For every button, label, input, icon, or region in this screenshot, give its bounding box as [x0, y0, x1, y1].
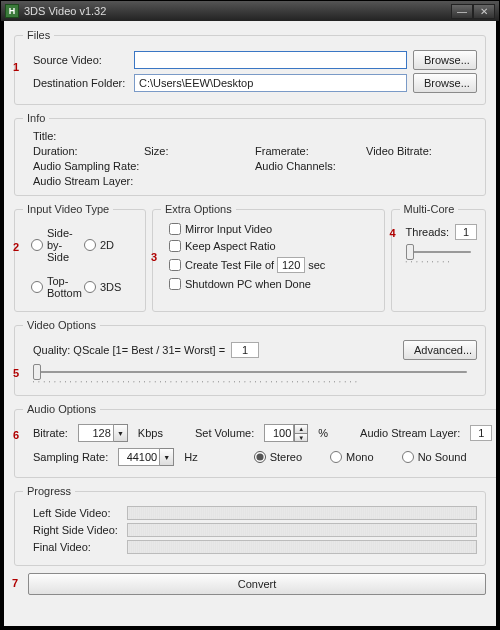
check-keep-aspect[interactable]: Keep Aspect Ratio [169, 240, 376, 252]
video-options-legend: Video Options [23, 319, 100, 331]
browse-destination-button[interactable]: Browse... [413, 73, 477, 93]
progress-right-label: Right Side Video: [33, 524, 121, 536]
source-video-input[interactable] [134, 51, 407, 69]
progress-left-bar [127, 506, 477, 520]
progress-right-bar [127, 523, 477, 537]
chevron-down-icon[interactable]: ▼ [114, 424, 128, 442]
threads-input[interactable] [455, 224, 477, 240]
audio-options-group: 6 Audio Options Bitrate: ▼ Kbps Set Volu… [14, 403, 496, 478]
chevron-down-icon[interactable]: ▼ [160, 448, 174, 466]
files-legend: Files [23, 29, 54, 41]
input-type-legend: Input Video Type [23, 203, 113, 215]
volume-label: Set Volume: [195, 427, 254, 439]
client-area: 1 Files Source Video: Browse... Destinat… [4, 21, 496, 626]
audio-stream-layer-label: Audio Stream Layer: [360, 427, 460, 439]
app-icon: H [5, 4, 19, 18]
volume-input[interactable] [264, 424, 294, 442]
progress-final-label: Final Video: [33, 541, 121, 553]
audio-bitrate-label: Bitrate: [33, 427, 68, 439]
quality-ticks: ' ' ' ' ' ' ' ' ' ' ' ' ' ' ' ' ' ' ' ' … [33, 380, 467, 387]
threads-label: Threads: [406, 226, 449, 238]
info-framerate-label: Framerate: [255, 145, 366, 157]
threads-slider[interactable] [406, 243, 471, 261]
audio-options-legend: Audio Options [23, 403, 100, 415]
info-size-label: Size: [144, 145, 255, 157]
threads-ticks: ' ' ' ' ' ' ' ' ' [406, 260, 471, 267]
marker-1: 1 [13, 61, 19, 73]
info-audio-channels-label: Audio Channels: [255, 160, 477, 172]
marker-6: 6 [13, 429, 19, 441]
minimize-button[interactable]: — [451, 4, 473, 19]
sampling-rate-unit: Hz [184, 451, 197, 463]
progress-group: Progress Left Side Video: Right Side Vid… [14, 485, 486, 566]
radio-stereo[interactable]: Stereo [254, 451, 302, 463]
sampling-rate-input[interactable] [118, 448, 160, 466]
browse-source-button[interactable]: Browse... [413, 50, 477, 70]
files-group: 1 Files Source Video: Browse... Destinat… [14, 29, 486, 105]
close-button[interactable]: ✕ [473, 4, 495, 19]
titlebar[interactable]: H 3DS Video v1.32 — ✕ [1, 1, 499, 21]
radio-3ds[interactable]: 3DS [84, 275, 137, 299]
check-mirror-input[interactable]: Mirror Input Video [169, 223, 376, 235]
info-legend: Info [23, 112, 49, 124]
radio-no-sound[interactable]: No Sound [402, 451, 467, 463]
radio-mono[interactable]: Mono [330, 451, 374, 463]
info-audio-stream-layer-label: Audio Stream Layer: [33, 175, 477, 187]
marker-7: 7 [12, 577, 18, 589]
marker-4: 4 [390, 227, 396, 239]
check-shutdown[interactable]: Shutdown PC when Done [169, 278, 376, 290]
multicore-legend: Multi-Core [400, 203, 459, 215]
radio-2d[interactable]: 2D [84, 227, 137, 263]
quality-label: Quality: QScale [1= Best / 31= Worst] = [33, 344, 225, 356]
destination-folder-input[interactable] [134, 74, 407, 92]
audio-stream-layer-input[interactable] [470, 425, 492, 441]
radio-top-bottom[interactable]: Top-Bottom [31, 275, 84, 299]
spinner-down-icon[interactable]: ▼ [294, 433, 308, 442]
extra-options-group: 3 Extra Options Mirror Input Video Keep … [152, 203, 385, 312]
marker-2: 2 [13, 241, 19, 253]
input-video-type-group: 2 Input Video Type Side-by-Side 2D Top-B… [14, 203, 146, 312]
progress-legend: Progress [23, 485, 75, 497]
volume-spinner[interactable]: ▲▼ [264, 424, 308, 442]
spinner-up-icon[interactable]: ▲ [294, 424, 308, 433]
destination-folder-label: Destination Folder: [33, 77, 128, 89]
sampling-rate-label: Sampling Rate: [33, 451, 108, 463]
window-title: 3DS Video v1.32 [24, 5, 451, 17]
video-options-group: 5 Video Options Quality: QScale [1= Best… [14, 319, 486, 396]
marker-5: 5 [13, 367, 19, 379]
audio-bitrate-input[interactable] [78, 424, 114, 442]
audio-bitrate-combo[interactable]: ▼ [78, 424, 128, 442]
test-file-seconds-input[interactable] [277, 257, 305, 273]
radio-side-by-side[interactable]: Side-by-Side [31, 227, 84, 263]
marker-3: 3 [151, 251, 157, 263]
info-group: Info Title: Duration: Size: Framerate: V… [14, 112, 486, 196]
check-create-test-file[interactable]: Create Test File of sec [169, 257, 376, 273]
info-title-label: Title: [33, 130, 477, 142]
info-audio-sampling-rate-label: Audio Sampling Rate: [33, 160, 255, 172]
quality-input[interactable] [231, 342, 259, 358]
progress-left-label: Left Side Video: [33, 507, 121, 519]
info-duration-label: Duration: [33, 145, 144, 157]
source-video-label: Source Video: [33, 54, 128, 66]
sampling-rate-combo[interactable]: ▼ [118, 448, 174, 466]
middle-row: 2 Input Video Type Side-by-Side 2D Top-B… [14, 203, 486, 312]
multi-core-group: 4 Multi-Core Threads: ' ' ' ' ' ' ' ' ' [391, 203, 486, 312]
volume-unit: % [318, 427, 328, 439]
app-window: H 3DS Video v1.32 — ✕ 1 Files Source Vid… [0, 0, 500, 630]
advanced-button[interactable]: Advanced... [403, 340, 477, 360]
extras-legend: Extra Options [161, 203, 236, 215]
audio-bitrate-unit: Kbps [138, 427, 163, 439]
info-video-bitrate-label: Video Bitrate: [366, 145, 477, 157]
progress-final-bar [127, 540, 477, 554]
convert-button[interactable]: Convert [28, 573, 486, 595]
quality-slider[interactable] [33, 363, 467, 381]
